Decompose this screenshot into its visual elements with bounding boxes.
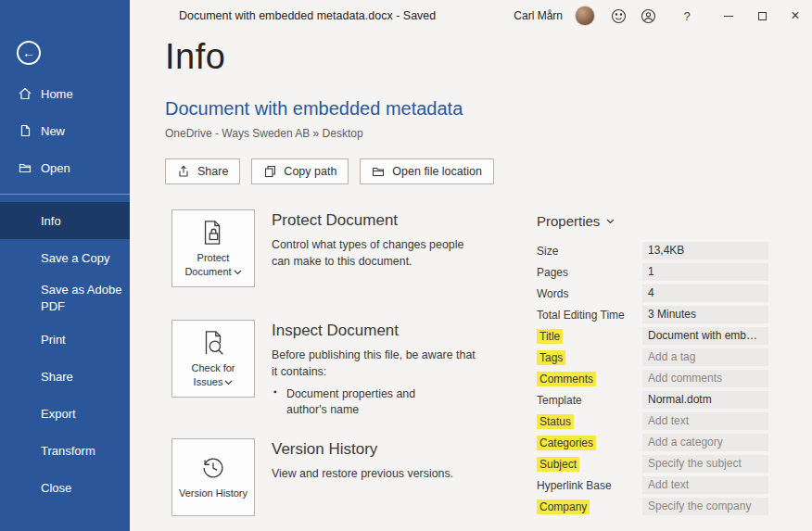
inspect-document-icon [199, 329, 227, 357]
property-value-field[interactable]: Add text [642, 476, 768, 494]
feedback-smiley-icon[interactable] [611, 8, 627, 24]
chevron-down-icon [224, 380, 233, 386]
share-icon [177, 165, 190, 178]
highlighted-label: Categories [537, 436, 596, 450]
backstage-info-page: Info Document with embedded metadata One… [130, 32, 812, 531]
close-icon: × [791, 8, 799, 23]
breadcrumb: OneDrive - Ways Sweden AB » Desktop [165, 127, 363, 140]
property-value-field[interactable]: Specify the subject [642, 455, 768, 473]
property-row-comments: Comments Add comments [537, 368, 768, 389]
sidebar-item-open[interactable]: Open [0, 149, 130, 186]
property-value: 3 Minutes [642, 306, 768, 323]
property-row-words: Words 4 [537, 283, 768, 304]
protect-document-button-label: Protect Document [177, 251, 249, 278]
section-body: View and restore previous versions. [272, 466, 479, 483]
section-heading: Version History [272, 440, 479, 459]
highlighted-label: Company [537, 499, 590, 514]
sidebar-item-label: Share [41, 370, 73, 384]
sidebar-item-close[interactable]: Close [0, 469, 130, 506]
property-row-tags: Tags Add a tag [537, 347, 768, 368]
property-label: Company [537, 500, 642, 513]
property-label: Template [537, 394, 642, 407]
sidebar-item-print[interactable]: Print [0, 321, 130, 358]
sidebar-item-label: Export [41, 407, 76, 421]
close-button[interactable]: × [779, 0, 812, 32]
sidebar-divider [0, 194, 130, 195]
sidebar-item-home[interactable]: Home [0, 75, 130, 112]
back-arrow-icon: ← [22, 46, 35, 59]
property-value: Normal.dotm [642, 391, 768, 409]
document-name-heading: Document with embedded metadata [165, 98, 463, 120]
avatar[interactable] [575, 6, 595, 26]
property-value-field[interactable]: Document with embed... [642, 327, 768, 345]
property-label: Categories [537, 436, 642, 449]
property-label: Words [537, 287, 642, 300]
copy-path-button[interactable]: Copy path [251, 158, 349, 184]
sidebar-item-info[interactable]: Info [0, 202, 130, 239]
sidebar-item-label: Print [41, 333, 66, 347]
sidebar-item-label: Save a Copy [41, 251, 109, 265]
sidebar-item-transform[interactable]: Transform [0, 432, 130, 469]
property-label: Tags [537, 351, 642, 364]
sidebar-nav: Home New Open Info Save a Copy [0, 75, 130, 506]
chevron-down-icon [606, 219, 615, 224]
share-button-label: Share [197, 165, 228, 178]
check-for-issues-button[interactable]: Check for Issues [171, 320, 255, 398]
sidebar-item-new[interactable]: New [0, 112, 130, 149]
maximize-button[interactable] [745, 0, 779, 32]
highlighted-label: Comments [537, 372, 596, 386]
highlighted-label: Tags [537, 350, 565, 365]
backstage-sidebar: ← Home New Open [0, 0, 130, 531]
property-label: Comments [537, 373, 642, 386]
open-file-location-button[interactable]: Open file location [360, 158, 494, 184]
property-label: Subject [537, 458, 642, 471]
inspect-document-section: Check for Issues Inspect Document Before… [171, 320, 479, 419]
property-value-field[interactable]: Specify the company [642, 498, 768, 515]
property-row-status: Status Add text [537, 411, 768, 432]
property-value-field[interactable]: Add a category [642, 434, 768, 451]
version-history-icon [199, 454, 227, 482]
sidebar-item-label: New [41, 124, 65, 138]
version-history-button-label: Version History [177, 487, 249, 499]
account-person-icon[interactable] [641, 8, 656, 24]
property-row-title: Title Document with embed... [537, 325, 768, 347]
sidebar-item-label: Save as Adobe PDF [41, 282, 122, 314]
copy-path-button-label: Copy path [284, 165, 336, 178]
help-button[interactable]: ? [675, 9, 699, 23]
property-row-size: Size 13,4KB [537, 240, 768, 261]
section-body: Control what types of changes people can… [272, 237, 479, 271]
back-button[interactable]: ← [17, 41, 41, 65]
sidebar-item-share[interactable]: Share [0, 358, 130, 395]
property-value: 1 [642, 263, 768, 281]
protect-document-section: Protect Document Protect Document Contro… [171, 209, 479, 287]
property-row-subject: Subject Specify the subject [537, 453, 768, 474]
protect-document-button[interactable]: Protect Document [171, 209, 255, 287]
page-title: Info [165, 37, 225, 77]
sidebar-item-label: Close [41, 481, 71, 495]
folder-icon [372, 165, 385, 178]
property-value: 4 [642, 284, 768, 302]
property-value-field[interactable]: Add text [642, 412, 768, 430]
highlighted-label: Status [537, 414, 574, 429]
sidebar-item-label: Info [41, 214, 61, 228]
property-value-field[interactable]: Add comments [642, 370, 768, 387]
sidebar-item-label: Home [41, 87, 73, 101]
minimize-button[interactable] [712, 0, 745, 32]
section-heading: Inspect Document [272, 322, 479, 340]
property-label: Status [537, 415, 642, 428]
sidebar-item-label: Open [41, 161, 70, 175]
open-file-location-button-label: Open file location [392, 165, 482, 178]
property-value-field[interactable]: Add a tag [642, 348, 768, 366]
user-name: Carl Mårn [514, 9, 563, 22]
property-row-template: Template Normal.dotm [537, 389, 768, 411]
sidebar-item-save-a-copy[interactable]: Save a Copy [0, 239, 130, 276]
properties-dropdown[interactable]: Properties [537, 213, 615, 229]
property-value: 13,4KB [642, 242, 768, 259]
share-button[interactable]: Share [165, 158, 240, 184]
sidebar-item-export[interactable]: Export [0, 395, 130, 432]
version-history-button[interactable]: Version History [171, 438, 255, 516]
property-row-categories: Categories Add a category [537, 432, 768, 453]
sidebar-item-save-as-adobe-pdf[interactable]: Save as Adobe PDF [0, 276, 130, 321]
properties-heading-label: Properties [537, 213, 600, 229]
property-row-company: Company Specify the company [537, 496, 768, 517]
